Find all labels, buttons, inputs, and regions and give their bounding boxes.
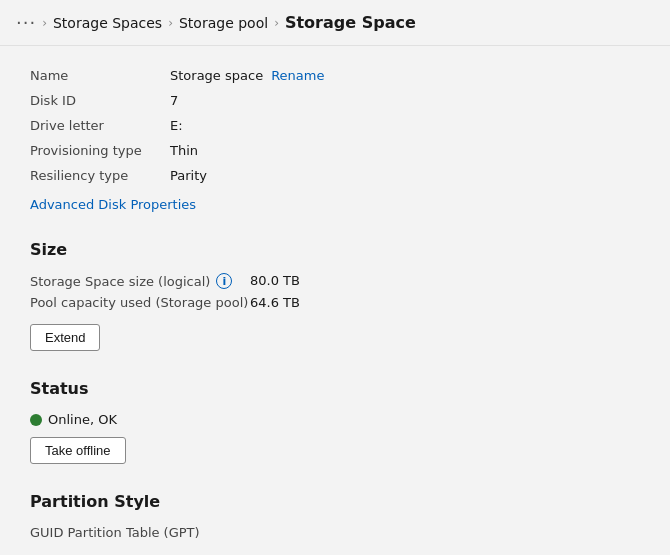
driveletter-label: Drive letter [30, 116, 170, 135]
resiliency-label: Resiliency type [30, 166, 170, 185]
resiliency-value: Parity [170, 166, 640, 185]
breadcrumb-sep-1: › [42, 16, 47, 30]
driveletter-value: E: [170, 116, 640, 135]
logical-size-label: Storage Space size (logical) i [30, 273, 250, 289]
take-offline-button[interactable]: Take offline [30, 437, 126, 464]
breadcrumb-storage-pool[interactable]: Storage pool [179, 15, 268, 31]
status-section-title: Status [30, 379, 640, 398]
breadcrumb-sep-2: › [168, 16, 173, 30]
partition-section-title: Partition Style [30, 492, 640, 511]
breadcrumb-sep-3: › [274, 16, 279, 30]
name-label: Name [30, 66, 170, 85]
logical-size-value: 80.0 TB [250, 273, 640, 289]
logical-size-label-text: Storage Space size (logical) [30, 274, 210, 289]
advanced-disk-properties-link[interactable]: Advanced Disk Properties [30, 197, 196, 212]
diskid-value: 7 [170, 91, 640, 110]
provisioning-label: Provisioning type [30, 141, 170, 160]
provisioning-value: Thin [170, 141, 640, 160]
status-text: Online, OK [48, 412, 117, 427]
diskid-label: Disk ID [30, 91, 170, 110]
size-grid: Storage Space size (logical) i 80.0 TB P… [30, 273, 640, 310]
breadcrumb-dots[interactable]: ··· [16, 12, 36, 33]
pool-capacity-label: Pool capacity used (Storage pool) [30, 295, 250, 310]
logical-size-info-icon[interactable]: i [216, 273, 232, 289]
breadcrumb-storage-spaces[interactable]: Storage Spaces [53, 15, 162, 31]
rename-link[interactable]: Rename [271, 68, 324, 83]
status-online-icon [30, 414, 42, 426]
size-section-title: Size [30, 240, 640, 259]
extend-button[interactable]: Extend [30, 324, 100, 351]
name-value-row: Storage space Rename [170, 66, 640, 85]
partition-style-value: GUID Partition Table (GPT) [30, 525, 640, 540]
main-content: Name Storage space Rename Disk ID 7 Driv… [0, 46, 670, 555]
pool-capacity-value: 64.6 TB [250, 295, 640, 310]
breadcrumb-current: Storage Space [285, 13, 416, 32]
partition-section: Partition Style GUID Partition Table (GP… [30, 492, 640, 540]
name-value: Storage space [170, 68, 263, 83]
status-row: Online, OK [30, 412, 640, 427]
properties-grid: Name Storage space Rename Disk ID 7 Driv… [30, 66, 640, 185]
breadcrumb: ··· › Storage Spaces › Storage pool › St… [0, 0, 670, 46]
